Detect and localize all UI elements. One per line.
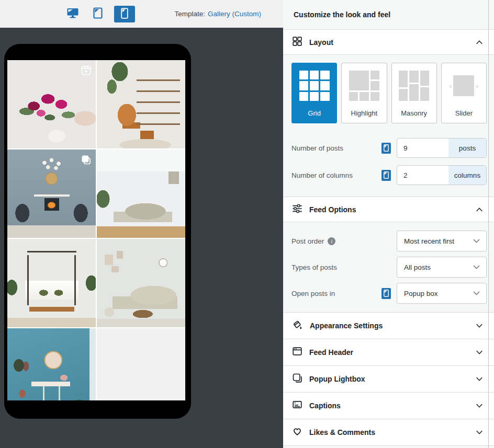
slider-layout-icon: ‹› [448, 71, 479, 101]
number-of-columns-input[interactable] [397, 166, 448, 185]
instagram-post-2[interactable] [97, 60, 185, 148]
reel-badge-icon [80, 64, 92, 76]
section-title: Likes & Comments [309, 428, 375, 436]
tablet-icon [93, 7, 103, 20]
captions-icon [292, 399, 302, 412]
chevron-down-icon [473, 291, 480, 296]
section-title: Feed Header [309, 348, 353, 357]
section-header-likes-comments[interactable]: Likes & Comments [283, 419, 494, 446]
number-of-columns-row: Number of columns columns [291, 165, 487, 185]
desktop-icon [66, 7, 79, 20]
number-of-posts-row: Number of posts posts [291, 138, 487, 158]
feed-options-section-body: Post order i Most recent first Types of … [283, 222, 494, 313]
instagram-post-5[interactable] [7, 239, 96, 327]
device-switcher [64, 0, 135, 28]
instagram-post-3[interactable] [7, 150, 96, 238]
layout-card-highlight[interactable]: Highlight [341, 63, 387, 123]
types-of-posts-label: Types of posts [291, 263, 337, 271]
preview-column: Template: Gallery (Custom) [0, 0, 283, 448]
section-header-feed-header[interactable]: Feed Header [283, 339, 494, 366]
desktop-preview-button[interactable] [64, 6, 82, 22]
panel-scrollbar[interactable] [488, 0, 489, 448]
number-of-posts-label: Number of posts [291, 144, 343, 152]
mobile-preview-button[interactable] [114, 6, 135, 22]
section-header-appearance-settings[interactable]: Appearance Settings [283, 313, 494, 339]
open-posts-in-label: Open posts in [291, 290, 335, 297]
heart-icon [292, 426, 302, 439]
template-value-link[interactable]: Gallery (Custom) [208, 10, 261, 18]
mobile-setting-indicator-icon [381, 170, 391, 181]
select-value: Popup box [404, 290, 438, 297]
layout-card-masonry[interactable]: Masonry [391, 63, 437, 123]
paint-icon [292, 319, 303, 332]
layout-section-body: Grid Highlight Masonry ‹› Slider [283, 55, 494, 197]
section-title: Feed Options [309, 205, 356, 214]
layout-card-grid[interactable]: Grid [291, 63, 337, 123]
section-header-layout[interactable]: Layout [283, 30, 494, 55]
tablet-preview-button[interactable] [89, 6, 107, 22]
chevron-down-icon [473, 239, 480, 244]
grid-layout-icon [299, 71, 330, 101]
preview-area [0, 28, 283, 448]
number-of-columns-label: Number of columns [291, 171, 353, 179]
layout-card-slider[interactable]: ‹› Slider [441, 63, 487, 123]
number-of-posts-input-group: posts [397, 138, 487, 158]
info-icon[interactable]: i [328, 237, 335, 245]
layout-card-label: Masonry [401, 109, 427, 117]
instagram-post-7[interactable] [7, 328, 96, 400]
template-label: Template: [174, 10, 205, 18]
lightbox-icon [292, 373, 302, 385]
layout-icon [292, 36, 302, 49]
posts-suffix: posts [448, 139, 486, 157]
instagram-post-1[interactable] [7, 60, 96, 148]
section-header-popup-lightbox[interactable]: Popup Lightbox [283, 366, 494, 393]
sliders-icon [292, 203, 302, 216]
post-order-label: Post order i [291, 237, 335, 245]
layout-card-label: Grid [308, 109, 321, 117]
chevron-down-icon [475, 401, 484, 410]
highlight-layout-icon [349, 71, 379, 101]
chevron-up-icon [475, 38, 484, 47]
number-of-posts-input[interactable] [397, 139, 448, 157]
mobile-icon [121, 8, 128, 20]
chevron-down-icon [475, 348, 484, 357]
instagram-post-6[interactable] [97, 239, 185, 327]
chevron-down-icon [473, 265, 480, 270]
section-title: Layout [309, 38, 333, 47]
mobile-setting-indicator-icon [381, 143, 391, 154]
carousel-badge-icon [80, 154, 92, 165]
instagram-post-8[interactable] [97, 328, 185, 400]
instagram-post-4[interactable] [97, 150, 185, 238]
chevron-down-icon [475, 428, 484, 436]
preview-toolbar: Template: Gallery (Custom) [0, 0, 283, 28]
browser-window-icon [292, 346, 302, 359]
panel-title: Customize the look and feel [283, 0, 494, 30]
section-title: Appearance Settings [310, 321, 383, 330]
section-title: Popup Lightbox [309, 375, 365, 383]
number-of-columns-input-group: columns [397, 165, 487, 185]
section-header-feed-options[interactable]: Feed Options [283, 197, 494, 222]
layout-card-label: Highlight [351, 109, 378, 117]
open-posts-in-row: Open posts in Popup box [291, 283, 487, 304]
section-title: Captions [309, 401, 341, 410]
settings-panel: Customize the look and feel Layout Grid … [283, 0, 494, 448]
layout-type-cards: Grid Highlight Masonry ‹› Slider [291, 63, 487, 123]
post-order-select[interactable]: Most recent first [397, 231, 487, 251]
open-posts-in-select[interactable]: Popup box [397, 283, 487, 304]
types-of-posts-row: Types of posts All posts [291, 257, 487, 278]
phone-mockup [4, 44, 191, 419]
select-value: Most recent first [404, 237, 454, 245]
post-order-row: Post order i Most recent first [291, 231, 487, 251]
select-value: All posts [404, 263, 431, 271]
section-header-captions[interactable]: Captions [283, 393, 494, 419]
phone-screen [7, 60, 185, 400]
chevron-down-icon [475, 321, 484, 330]
chevron-up-icon [475, 205, 484, 214]
layout-card-label: Slider [455, 109, 473, 117]
template-info: Template: Gallery (Custom) [174, 0, 261, 28]
masonry-layout-icon [399, 71, 429, 101]
chevron-down-icon [475, 375, 484, 383]
types-of-posts-select[interactable]: All posts [397, 257, 487, 278]
columns-suffix: columns [448, 166, 486, 185]
mobile-setting-indicator-icon [381, 288, 391, 299]
